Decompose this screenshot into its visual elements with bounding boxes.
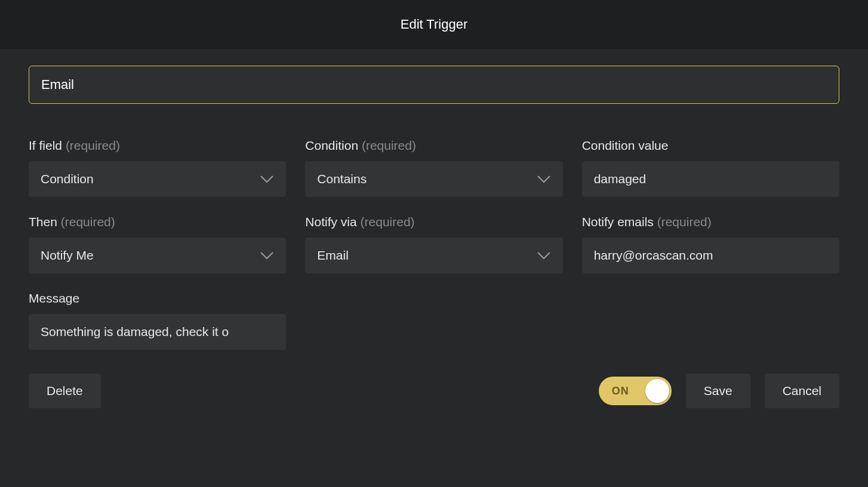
chevron-down-icon	[260, 251, 274, 260]
condition-value-label-text: Condition value	[582, 138, 669, 152]
enabled-toggle[interactable]: ON	[599, 377, 672, 405]
notify-via-label: Notify via (required)	[305, 215, 562, 229]
trigger-name-input[interactable]	[29, 66, 839, 104]
chevron-down-icon	[537, 175, 551, 183]
form-grid: If field (required) Condition Condition …	[29, 138, 839, 273]
message-group: Message	[29, 291, 286, 350]
condition-value: Contains	[317, 172, 367, 186]
if-field-required: (required)	[66, 138, 120, 152]
condition-select[interactable]: Contains	[305, 161, 562, 197]
chevron-down-icon	[537, 251, 551, 260]
notify-emails-input[interactable]	[582, 238, 839, 273]
then-value: Notify Me	[41, 248, 94, 263]
condition-label-text: Condition	[305, 138, 358, 152]
condition-label: Condition (required)	[305, 138, 562, 153]
notify-emails-group: Notify emails (required)	[582, 215, 839, 273]
cancel-button[interactable]: Cancel	[765, 374, 839, 408]
message-label: Message	[29, 291, 286, 306]
condition-required: (required)	[362, 138, 416, 152]
if-field-select[interactable]: Condition	[29, 161, 286, 197]
notify-emails-label: Notify emails (required)	[582, 215, 839, 229]
notify-via-required: (required)	[361, 215, 415, 229]
condition-value-group: Condition value	[582, 138, 839, 197]
message-row: Message	[29, 291, 839, 350]
then-label: Then (required)	[29, 215, 286, 229]
then-select[interactable]: Notify Me	[29, 238, 286, 273]
modal-footer: Delete ON Save Cancel	[29, 374, 839, 408]
then-group: Then (required) Notify Me	[29, 215, 286, 273]
save-button[interactable]: Save	[686, 374, 750, 408]
notify-via-select[interactable]: Email	[305, 238, 562, 273]
if-field-value: Condition	[41, 172, 94, 186]
notify-via-group: Notify via (required) Email	[305, 215, 562, 273]
edit-trigger-modal: Edit Trigger If field (required) Conditi…	[0, 0, 868, 487]
if-field-label: If field (required)	[29, 138, 286, 153]
footer-right: ON Save Cancel	[599, 374, 839, 408]
if-field-label-text: If field	[29, 138, 62, 152]
modal-title: Edit Trigger	[0, 0, 868, 49]
notify-via-label-text: Notify via	[305, 215, 356, 229]
message-input[interactable]	[29, 314, 286, 350]
delete-button[interactable]: Delete	[29, 374, 101, 408]
condition-value-label: Condition value	[582, 138, 839, 153]
notify-emails-required: (required)	[657, 215, 712, 229]
notify-emails-label-text: Notify emails	[582, 215, 654, 229]
toggle-knob	[645, 379, 669, 403]
condition-group: Condition (required) Contains	[305, 138, 562, 197]
if-field-group: If field (required) Condition	[29, 138, 286, 197]
condition-value-input[interactable]	[582, 161, 839, 197]
notify-via-value: Email	[317, 248, 349, 263]
chevron-down-icon	[260, 175, 274, 183]
toggle-label: ON	[612, 385, 629, 397]
modal-body: If field (required) Condition Condition …	[0, 49, 868, 487]
then-label-text: Then	[29, 215, 57, 229]
message-label-text: Message	[29, 291, 79, 305]
then-required: (required)	[61, 215, 115, 229]
